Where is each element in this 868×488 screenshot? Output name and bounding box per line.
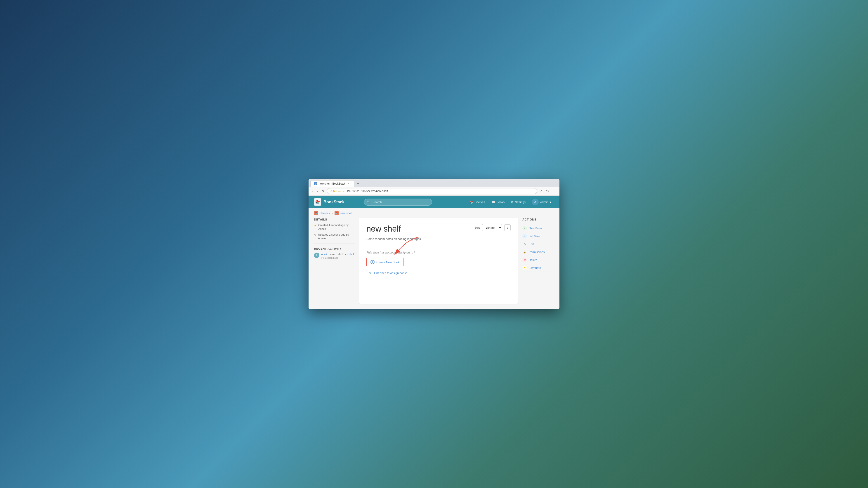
logo-text: BookStack bbox=[323, 200, 344, 204]
activity-time: 🕐 1 second ago bbox=[321, 257, 354, 259]
new-tab-button[interactable]: + bbox=[355, 182, 361, 186]
edit-shelf-button[interactable]: ✎ Edit shelf to assign books bbox=[366, 269, 409, 276]
browser-actions: ↗ 🛡 ☰ bbox=[539, 188, 557, 194]
forward-button[interactable]: › bbox=[316, 188, 319, 194]
browser-window: 📚 new shelf | BookStack × + ‹ › ↻ ⚠ Not … bbox=[309, 179, 559, 309]
sort-label: Sort bbox=[474, 226, 480, 229]
favourite-icon: ★ bbox=[522, 265, 527, 270]
edit-icon: ✎ bbox=[368, 271, 372, 275]
shelf-header: new shelf Sort Default ↓ bbox=[366, 224, 510, 234]
star-icon: ★ bbox=[314, 224, 316, 228]
no-books-message: This shelf has no books assigned to it bbox=[366, 251, 510, 254]
edit-shelf-wrapper: ✎ Edit shelf to assign books bbox=[366, 269, 510, 279]
shelf-description: Some random notes on coding languages bbox=[366, 237, 510, 246]
search-icon: 🔍 bbox=[367, 200, 370, 203]
action-favourite[interactable]: ★ Favourite bbox=[522, 264, 554, 272]
delete-icon: 🗑 bbox=[522, 258, 527, 262]
app-header: 📚 BookStack 🔍 📚 Shelves 📖 Books ⚙ Sett bbox=[309, 196, 559, 208]
actions-title: Actions bbox=[522, 218, 554, 221]
avatar: A bbox=[532, 199, 539, 205]
main-content: new shelf Sort Default ↓ Some random not… bbox=[359, 218, 518, 304]
tab-bar: 📚 new shelf | BookStack × + bbox=[309, 179, 559, 187]
new-book-icon: + bbox=[522, 226, 527, 230]
arrow-annotation: This shelf has no books assigned to it +… bbox=[366, 251, 510, 269]
menu-button[interactable]: ☰ bbox=[552, 188, 557, 194]
nav-shelves[interactable]: 📚 Shelves bbox=[467, 199, 488, 205]
shelves-icon: 📚 bbox=[470, 200, 473, 204]
nav-books[interactable]: 📖 Books bbox=[489, 199, 507, 205]
header-nav: 📚 Shelves 📖 Books ⚙ Settings A Admin ▾ bbox=[467, 197, 554, 207]
activity-item: A Admin created shelf new shelf 🕐 1 seco… bbox=[314, 253, 355, 259]
shelf-breadcrumb-icon: 📚 bbox=[335, 211, 339, 215]
user-menu[interactable]: A Admin ▾ bbox=[529, 197, 554, 207]
security-indicator: ⚠ Not secure bbox=[330, 190, 345, 193]
address-bar: ‹ › ↻ ⚠ Not secure 192.168.29.106/shelve… bbox=[309, 187, 559, 196]
sort-direction-button[interactable]: ↓ bbox=[504, 224, 511, 231]
create-new-book-button[interactable]: + Create New Book bbox=[366, 258, 403, 266]
nav-settings[interactable]: ⚙ Settings bbox=[508, 199, 528, 205]
app-body: 📚 BookStack 🔍 📚 Shelves 📖 Books ⚙ Sett bbox=[309, 196, 559, 309]
back-button[interactable]: ‹ bbox=[311, 188, 314, 194]
breadcrumb: 📚 Shelves › 📚 new shelf bbox=[309, 208, 559, 218]
warning-icon: ⚠ bbox=[330, 190, 333, 193]
app-logo[interactable]: 📚 BookStack bbox=[314, 198, 344, 205]
shelves-breadcrumb-icon: 📚 bbox=[314, 211, 318, 215]
sort-select[interactable]: Default bbox=[482, 224, 502, 231]
content-area: Details ★ Created 1 second ago by Admin … bbox=[309, 218, 559, 309]
clock-icon: 🕐 bbox=[321, 257, 324, 259]
updated-info: ✎ Updated 1 second ago by Admin bbox=[314, 233, 355, 240]
settings-icon: ⚙ bbox=[511, 200, 514, 204]
chevron-down-icon: ▾ bbox=[550, 200, 551, 204]
active-tab[interactable]: 📚 new shelf | BookStack × bbox=[310, 180, 354, 187]
activity-text: Admin created shelf new shelf bbox=[321, 253, 354, 256]
content-card: new shelf Sort Default ↓ Some random not… bbox=[359, 218, 518, 304]
extensions-button[interactable]: 🛡 bbox=[545, 188, 550, 194]
url-bar[interactable]: ⚠ Not secure 192.168.29.106/shelves/new-… bbox=[327, 188, 537, 194]
breadcrumb-shelves[interactable]: 📚 Shelves bbox=[314, 211, 330, 215]
edit-action-icon: ✎ bbox=[522, 242, 527, 246]
header-search-container: 🔍 bbox=[364, 199, 432, 205]
tab-favicon: 📚 bbox=[314, 182, 317, 185]
action-edit[interactable]: ✎ Edit bbox=[522, 240, 554, 248]
search-input[interactable] bbox=[364, 199, 432, 205]
tab-title: new shelf | BookStack bbox=[319, 182, 345, 185]
action-list-view[interactable]: ≡ List View bbox=[522, 232, 554, 240]
sort-area: Sort Default ↓ bbox=[474, 224, 510, 231]
left-sidebar: Details ★ Created 1 second ago by Admin … bbox=[314, 218, 359, 304]
details-title: Details bbox=[314, 218, 355, 221]
created-info: ★ Created 1 second ago by Admin bbox=[314, 223, 355, 231]
action-permissions[interactable]: 🔒 Permissions bbox=[522, 248, 554, 256]
activity-user-avatar: A bbox=[314, 253, 319, 258]
recent-activity-title: Recent Activity bbox=[314, 247, 355, 250]
list-view-icon: ≡ bbox=[522, 234, 527, 238]
activity-content: Admin created shelf new shelf 🕐 1 second… bbox=[321, 253, 354, 259]
share-button[interactable]: ↗ bbox=[539, 188, 544, 194]
breadcrumb-separator: › bbox=[332, 211, 333, 215]
url-text: 192.168.29.106/shelves/new-shelf bbox=[347, 190, 388, 193]
shelf-title: new shelf bbox=[366, 224, 401, 234]
activity-shelf-link[interactable]: new shelf bbox=[344, 253, 354, 256]
activity-user-link[interactable]: Admin bbox=[321, 253, 328, 256]
permissions-icon: 🔒 bbox=[522, 250, 527, 254]
breadcrumb-current[interactable]: 📚 new shelf bbox=[335, 211, 352, 215]
pencil-icon: ✎ bbox=[314, 233, 316, 237]
action-delete[interactable]: 🗑 Delete bbox=[522, 256, 554, 264]
books-icon: 📖 bbox=[491, 200, 495, 204]
actions-sidebar: Actions + New Book ≡ List View ✎ Edit 🔒 … bbox=[518, 218, 554, 304]
sidebar-divider bbox=[314, 243, 355, 244]
tab-close-button[interactable]: × bbox=[347, 182, 350, 186]
action-new-book[interactable]: + New Book bbox=[522, 224, 554, 232]
logo-icon: 📚 bbox=[314, 198, 321, 205]
plus-icon: + bbox=[370, 260, 375, 264]
create-book-btn-wrapper: + Create New Book bbox=[366, 258, 403, 269]
refresh-button[interactable]: ↻ bbox=[320, 188, 325, 194]
